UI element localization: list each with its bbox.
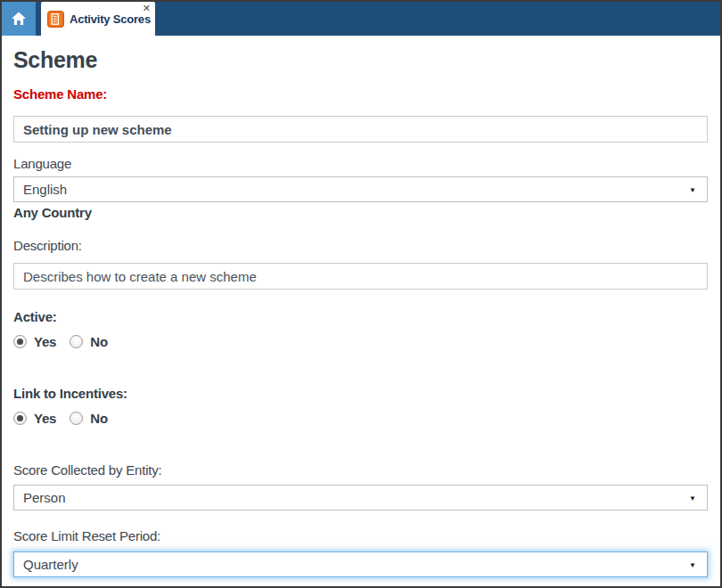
tab-close-icon[interactable]: ✕ <box>143 4 151 13</box>
page-title: Scheme <box>13 47 708 72</box>
language-select-value: English <box>23 182 67 197</box>
dropdown-arrow-icon: ▼ <box>689 560 696 568</box>
tab-activity-scores[interactable]: Activity Scores ✕ <box>41 2 155 36</box>
score-limit-reset-period-select[interactable]: Quarterly ▼ <box>13 551 708 577</box>
score-reset-select-value: Quarterly <box>23 557 78 572</box>
incentives-no-label: No <box>90 411 108 426</box>
radio-selected-icon[interactable] <box>13 335 27 348</box>
dropdown-arrow-icon: ▼ <box>689 185 696 193</box>
link-to-incentives-label: Link to Incentives: <box>13 386 708 402</box>
language-select[interactable]: English ▼ <box>13 176 708 202</box>
any-country-note: Any Country <box>13 205 708 221</box>
language-label: Language <box>13 156 708 172</box>
home-icon <box>10 10 28 28</box>
incentives-yes-label: Yes <box>34 411 56 426</box>
document-icon <box>47 11 64 28</box>
tab-bar: Activity Scores ✕ <box>2 2 720 36</box>
radio-unselected-icon[interactable] <box>70 412 83 425</box>
home-button[interactable] <box>2 2 36 36</box>
tab-label: Activity Scores <box>70 12 151 26</box>
radio-selected-icon[interactable] <box>13 412 27 425</box>
active-option-no[interactable]: No <box>70 334 108 349</box>
dropdown-arrow-icon: ▼ <box>689 494 696 502</box>
incentives-option-no[interactable]: No <box>70 411 108 426</box>
description-input[interactable] <box>13 263 708 290</box>
scheme-name-input[interactable] <box>13 116 708 143</box>
incentives-option-yes[interactable]: Yes <box>13 411 56 426</box>
score-collected-by-entity-select[interactable]: Person ▼ <box>13 485 708 510</box>
active-yes-label: Yes <box>34 334 56 349</box>
scheme-name-label: Scheme Name: <box>13 86 708 102</box>
link-to-incentives-radio-group: Yes No <box>13 411 708 425</box>
active-no-label: No <box>90 334 108 349</box>
active-radio-group: Yes No <box>13 334 708 348</box>
score-entity-select-value: Person <box>23 490 66 505</box>
active-label: Active: <box>13 309 708 325</box>
score-limit-reset-period-label: Score Limit Reset Period: <box>13 528 708 544</box>
description-label: Description: <box>13 238 708 254</box>
app-window: Activity Scores ✕ Scheme Scheme Name: La… <box>0 0 722 588</box>
active-option-yes[interactable]: Yes <box>13 334 56 349</box>
radio-unselected-icon[interactable] <box>70 335 83 348</box>
form-content: Scheme Scheme Name: Language English ▼ A… <box>2 47 720 577</box>
score-collected-by-entity-label: Score Collected by Entity: <box>13 462 708 478</box>
